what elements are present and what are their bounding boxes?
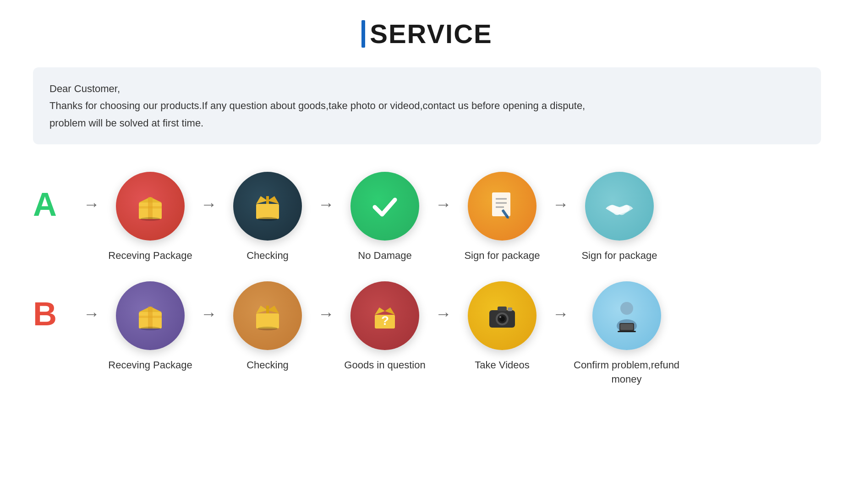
flow-step-a-4: Sign for package bbox=[456, 172, 548, 263]
icon-goods-in-question: ? bbox=[350, 281, 419, 350]
svg-rect-19 bbox=[139, 316, 162, 318]
icon-receiving-package-a bbox=[116, 172, 185, 241]
arrow-a-5: → bbox=[548, 195, 574, 214]
flow-section: A → Receving Package → bbox=[33, 172, 821, 391]
label-b-4: Take Videos bbox=[475, 358, 529, 373]
arrow-b-2: → bbox=[196, 304, 222, 323]
arrow-a-3: → bbox=[313, 195, 339, 214]
arrow-a-2: → bbox=[196, 195, 222, 214]
icon-sign-package-a bbox=[468, 172, 536, 241]
svg-point-20 bbox=[140, 327, 160, 330]
label-b-3: Goods in question bbox=[344, 358, 425, 373]
icon-handshake bbox=[585, 172, 654, 241]
svg-point-9 bbox=[257, 217, 278, 221]
icon-checking-b bbox=[233, 281, 302, 350]
flow-step-b-1: Receving Package bbox=[104, 281, 196, 373]
svg-rect-8 bbox=[266, 196, 269, 204]
arrow-b-3: → bbox=[313, 304, 339, 323]
flow-row-a: A → Receving Package → bbox=[33, 172, 821, 263]
svg-rect-24 bbox=[266, 306, 269, 313]
svg-rect-21 bbox=[256, 313, 279, 329]
svg-rect-3 bbox=[139, 206, 162, 208]
flow-step-a-1: Receving Package bbox=[104, 172, 196, 263]
flow-step-a-2: Checking bbox=[222, 172, 313, 263]
notice-line1: Dear Customer, bbox=[49, 80, 805, 97]
svg-marker-7 bbox=[268, 196, 279, 204]
svg-rect-35 bbox=[498, 307, 507, 311]
svg-rect-36 bbox=[508, 307, 512, 311]
svg-rect-5 bbox=[256, 204, 279, 219]
arrow-a-4: → bbox=[431, 195, 456, 214]
label-a-5: Sign for package bbox=[581, 249, 657, 263]
flow-step-b-3: ? Goods in question bbox=[339, 281, 431, 373]
label-b-5: Confirm problem,refund money bbox=[574, 358, 679, 387]
flow-step-a-3: No Damage bbox=[339, 172, 431, 263]
svg-point-25 bbox=[257, 327, 278, 330]
flow-step-b-4: Take Videos bbox=[456, 281, 548, 373]
label-a-4: Sign for package bbox=[464, 249, 540, 263]
notice-line3: problem will be solved at first time. bbox=[49, 115, 805, 131]
notice-box: Dear Customer, Thanks for choosing our p… bbox=[33, 67, 821, 144]
icon-take-videos bbox=[468, 281, 536, 350]
arrow-b-5: → bbox=[548, 304, 574, 323]
label-a-1: Receving Package bbox=[108, 249, 192, 263]
page-title: SERVICE bbox=[370, 18, 493, 49]
svg-marker-6 bbox=[256, 196, 268, 204]
svg-marker-23 bbox=[268, 306, 279, 313]
label-a-3: No Damage bbox=[358, 249, 411, 263]
flow-step-a-5: Sign for package bbox=[574, 172, 665, 263]
svg-marker-22 bbox=[256, 306, 268, 313]
row-letter-b: B bbox=[33, 295, 70, 333]
svg-rect-10 bbox=[492, 192, 510, 216]
flow-step-b-5: Confirm problem,refund money bbox=[574, 281, 679, 387]
icon-checking-a bbox=[233, 172, 302, 241]
icon-receiving-package-b bbox=[116, 281, 185, 350]
label-b-2: Checking bbox=[246, 358, 289, 373]
svg-rect-41 bbox=[618, 331, 636, 332]
svg-point-34 bbox=[499, 316, 501, 318]
label-a-2: Checking bbox=[246, 249, 289, 263]
notice-line2: Thanks for choosing our products.If any … bbox=[49, 97, 805, 114]
arrow-b-start: → bbox=[79, 304, 104, 323]
flow-row-b: B → Receving Package → bbox=[33, 281, 821, 387]
icon-confirm-refund bbox=[592, 281, 661, 350]
svg-point-4 bbox=[140, 217, 160, 221]
arrow-a-start: → bbox=[79, 195, 104, 214]
arrow-b-4: → bbox=[431, 304, 456, 323]
icon-no-damage bbox=[350, 172, 419, 241]
flow-step-b-2: Checking bbox=[222, 281, 313, 373]
svg-rect-40 bbox=[620, 324, 633, 330]
label-b-1: Receving Package bbox=[108, 358, 192, 373]
title-accent-bar bbox=[361, 20, 365, 48]
page-title-section: SERVICE bbox=[361, 18, 493, 49]
svg-text:?: ? bbox=[381, 313, 389, 328]
svg-point-37 bbox=[620, 302, 633, 315]
row-letter-a: A bbox=[33, 186, 70, 223]
